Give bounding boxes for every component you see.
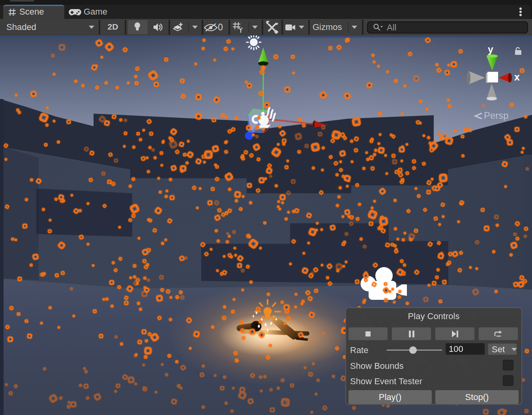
svg-text:Persp: Persp: [484, 110, 509, 121]
svg-text:x: x: [514, 71, 520, 82]
svg-text:y: y: [488, 44, 493, 55]
